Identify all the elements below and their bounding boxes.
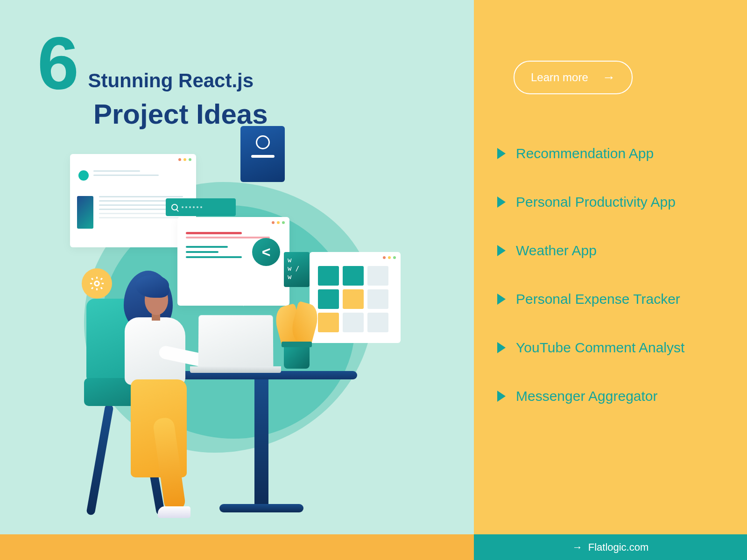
desk-leg bbox=[254, 378, 268, 509]
learn-more-label: Learn more bbox=[531, 71, 588, 84]
idea-item[interactable]: Personal Expense Tracker bbox=[497, 291, 724, 307]
idea-text: Messenger Aggregator bbox=[516, 388, 658, 404]
illustration: < / > w w / w bbox=[56, 126, 430, 532]
idea-item[interactable]: YouTube Comment Analyst bbox=[497, 340, 724, 356]
idea-item[interactable]: Messenger Aggregator bbox=[497, 388, 724, 404]
heading-block: 6 Stunning React.js Project Ideas bbox=[37, 26, 268, 130]
heading-line2: Project Ideas bbox=[93, 98, 268, 130]
heading-line1: Stunning React.js bbox=[88, 70, 254, 92]
svg-point-0 bbox=[95, 281, 99, 286]
idea-text: Recommendation App bbox=[516, 146, 654, 161]
footer-left-bar bbox=[0, 534, 474, 560]
laptop bbox=[198, 315, 281, 373]
heading-number: 6 bbox=[37, 26, 79, 100]
play-icon bbox=[497, 294, 506, 305]
search-icon bbox=[171, 204, 178, 210]
www-badge: w w / w bbox=[284, 252, 310, 287]
gear-badge bbox=[82, 268, 112, 299]
left-panel: 6 Stunning React.js Project Ideas bbox=[0, 0, 474, 534]
idea-text: YouTube Comment Analyst bbox=[516, 340, 684, 356]
play-icon bbox=[497, 196, 506, 208]
footer-brand: Flatlogic.com bbox=[588, 541, 649, 553]
search-widget bbox=[166, 198, 236, 216]
play-icon bbox=[497, 245, 506, 256]
id-card-widget bbox=[240, 126, 285, 182]
idea-text: Weather App bbox=[516, 243, 597, 259]
learn-more-button[interactable]: Learn more → bbox=[514, 61, 633, 94]
play-icon bbox=[497, 391, 506, 402]
gear-icon bbox=[89, 275, 105, 292]
idea-list: Recommendation App Personal Productivity… bbox=[497, 146, 724, 404]
arrow-right-icon: → bbox=[602, 70, 615, 85]
grid-window bbox=[310, 252, 401, 343]
play-icon bbox=[497, 148, 506, 159]
page-container: 6 Stunning React.js Project Ideas bbox=[0, 0, 747, 560]
code-badge: < bbox=[252, 238, 280, 266]
angle-marks: / > bbox=[243, 275, 250, 312]
footer-right-bar[interactable]: → Flatlogic.com bbox=[474, 534, 747, 560]
arrow-right-icon: → bbox=[572, 541, 583, 553]
idea-text: Personal Productivity App bbox=[516, 194, 676, 210]
desk-base bbox=[219, 504, 303, 512]
chair-leg bbox=[86, 404, 113, 515]
idea-item[interactable]: Personal Productivity App bbox=[497, 194, 724, 210]
idea-item[interactable]: Weather App bbox=[497, 243, 724, 259]
right-panel: Learn more → Recommendation App Personal… bbox=[474, 0, 747, 534]
idea-text: Personal Expense Tracker bbox=[516, 291, 680, 307]
idea-item[interactable]: Recommendation App bbox=[497, 146, 724, 161]
play-icon bbox=[497, 342, 506, 353]
